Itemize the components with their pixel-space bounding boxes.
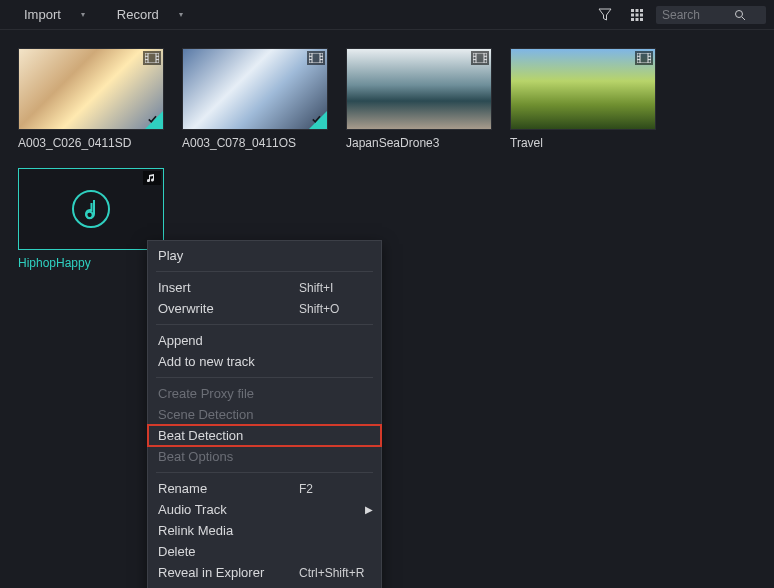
media-item[interactable]: A003_C078_0411OS bbox=[182, 48, 328, 150]
context-menu-label: Create Proxy file bbox=[158, 386, 254, 401]
media-item-label: JapanSeaDrone3 bbox=[346, 136, 492, 150]
context-menu-label: Add to new track bbox=[158, 354, 255, 369]
media-item[interactable]: Travel bbox=[510, 48, 656, 150]
context-menu: PlayInsertShift+IOverwriteShift+OAppendA… bbox=[147, 240, 382, 588]
svg-rect-1 bbox=[636, 9, 639, 12]
context-menu-item-insert[interactable]: InsertShift+I bbox=[148, 277, 381, 298]
svg-rect-11 bbox=[145, 53, 159, 63]
context-menu-separator bbox=[156, 472, 373, 473]
filmstrip-icon bbox=[307, 51, 325, 65]
media-item-label: Travel bbox=[510, 136, 656, 150]
search-box[interactable] bbox=[656, 6, 766, 24]
context-menu-item-beat-options: Beat Options bbox=[148, 446, 381, 467]
filmstrip-icon bbox=[471, 51, 489, 65]
media-thumbnail[interactable] bbox=[510, 48, 656, 130]
svg-rect-3 bbox=[631, 13, 634, 16]
context-menu-label: Audio Track bbox=[158, 502, 227, 517]
import-label: Import bbox=[24, 7, 61, 22]
media-thumbnail[interactable] bbox=[18, 168, 164, 250]
checkmark-icon bbox=[309, 111, 327, 129]
context-menu-separator bbox=[156, 377, 373, 378]
context-menu-item-reveal-in-explorer[interactable]: Reveal in ExplorerCtrl+Shift+R bbox=[148, 562, 381, 583]
svg-rect-2 bbox=[640, 9, 643, 12]
filter-button[interactable] bbox=[592, 2, 618, 28]
svg-rect-8 bbox=[640, 18, 643, 21]
filmstrip-icon bbox=[635, 51, 653, 65]
svg-rect-34 bbox=[637, 53, 651, 63]
context-menu-item-properties[interactable]: Properties bbox=[148, 583, 381, 588]
svg-marker-18 bbox=[145, 111, 163, 129]
svg-rect-27 bbox=[473, 53, 487, 63]
svg-rect-19 bbox=[309, 53, 323, 63]
media-thumbnail[interactable] bbox=[346, 48, 492, 130]
context-menu-item-relink-media[interactable]: Relink Media bbox=[148, 520, 381, 541]
context-menu-label: Scene Detection bbox=[158, 407, 253, 422]
import-button[interactable]: Import ▾ bbox=[8, 3, 101, 26]
context-menu-item-append[interactable]: Append bbox=[148, 330, 381, 351]
filmstrip-icon bbox=[143, 51, 161, 65]
svg-rect-4 bbox=[636, 13, 639, 16]
svg-rect-0 bbox=[631, 9, 634, 12]
toolbar-right bbox=[592, 2, 766, 28]
music-note-icon bbox=[143, 171, 161, 185]
context-menu-label: Overwrite bbox=[158, 301, 214, 316]
media-toolbar: Import ▾ Record ▾ bbox=[0, 0, 774, 30]
context-menu-item-delete[interactable]: Delete bbox=[148, 541, 381, 562]
context-menu-shortcut: F2 bbox=[291, 482, 371, 496]
context-menu-label: Reveal in Explorer bbox=[158, 565, 264, 580]
chevron-down-icon: ▾ bbox=[179, 10, 183, 19]
record-button[interactable]: Record ▾ bbox=[101, 3, 199, 26]
svg-rect-6 bbox=[631, 18, 634, 21]
record-label: Record bbox=[117, 7, 159, 22]
svg-line-10 bbox=[742, 17, 745, 20]
svg-rect-7 bbox=[636, 18, 639, 21]
media-grid: A003_C026_0411SDA003_C078_0411OSJapanSea… bbox=[0, 30, 774, 288]
media-item[interactable]: JapanSeaDrone3 bbox=[346, 48, 492, 150]
context-menu-item-audio-track[interactable]: Audio Track▶ bbox=[148, 499, 381, 520]
toolbar-left: Import ▾ Record ▾ bbox=[8, 3, 199, 26]
context-menu-label: Relink Media bbox=[158, 523, 233, 538]
context-menu-item-scene-detection: Scene Detection bbox=[148, 404, 381, 425]
context-menu-label: Insert bbox=[158, 280, 191, 295]
context-menu-item-beat-detection[interactable]: Beat Detection bbox=[148, 425, 381, 446]
music-note-large-icon bbox=[70, 188, 112, 230]
context-menu-label: Play bbox=[158, 248, 183, 263]
search-icon bbox=[734, 9, 746, 21]
context-menu-shortcut: Shift+O bbox=[291, 302, 371, 316]
checkmark-icon bbox=[145, 111, 163, 129]
context-menu-shortcut: Ctrl+Shift+R bbox=[291, 566, 371, 580]
filter-icon bbox=[598, 8, 612, 22]
chevron-down-icon: ▾ bbox=[81, 10, 85, 19]
context-menu-separator bbox=[156, 324, 373, 325]
svg-point-9 bbox=[736, 10, 743, 17]
context-menu-label: Beat Detection bbox=[158, 428, 243, 443]
context-menu-label: Beat Options bbox=[158, 449, 233, 464]
media-thumbnail[interactable] bbox=[18, 48, 164, 130]
svg-marker-26 bbox=[309, 111, 327, 129]
media-item-label: A003_C026_0411SD bbox=[18, 136, 164, 150]
media-item-label: A003_C078_0411OS bbox=[182, 136, 328, 150]
context-menu-item-add-to-new-track[interactable]: Add to new track bbox=[148, 351, 381, 372]
context-menu-label: Append bbox=[158, 333, 203, 348]
svg-rect-5 bbox=[640, 13, 643, 16]
context-menu-item-overwrite[interactable]: OverwriteShift+O bbox=[148, 298, 381, 319]
context-menu-shortcut: Shift+I bbox=[291, 281, 371, 295]
context-menu-separator bbox=[156, 271, 373, 272]
context-menu-item-play[interactable]: Play bbox=[148, 245, 381, 266]
context-menu-label: Delete bbox=[158, 544, 196, 559]
search-input[interactable] bbox=[662, 8, 734, 22]
context-menu-item-create-proxy-file: Create Proxy file bbox=[148, 383, 381, 404]
media-item[interactable]: A003_C026_0411SD bbox=[18, 48, 164, 150]
chevron-right-icon: ▶ bbox=[365, 504, 373, 515]
svg-point-42 bbox=[86, 212, 92, 218]
media-item[interactable]: HiphopHappy bbox=[18, 168, 164, 270]
context-menu-item-rename[interactable]: RenameF2 bbox=[148, 478, 381, 499]
grid-view-button[interactable] bbox=[624, 2, 650, 28]
context-menu-label: Rename bbox=[158, 481, 207, 496]
media-thumbnail[interactable] bbox=[182, 48, 328, 130]
media-item-label: HiphopHappy bbox=[18, 256, 164, 270]
grid-icon bbox=[630, 8, 644, 22]
